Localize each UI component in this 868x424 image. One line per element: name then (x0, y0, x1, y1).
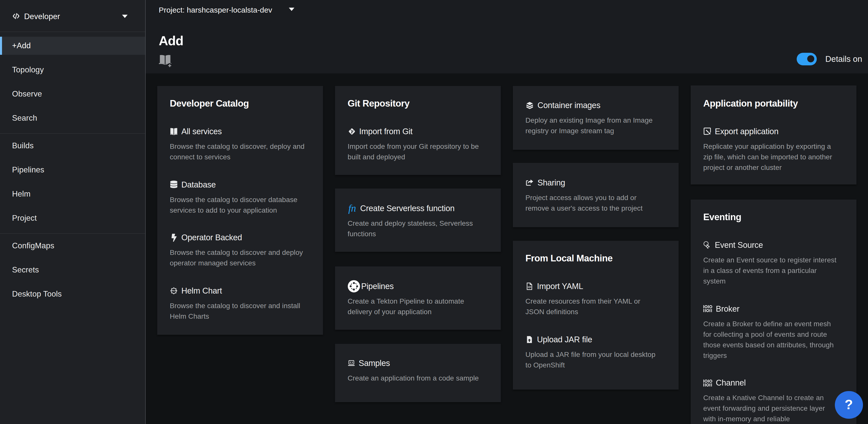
svg-text:HELM: HELM (172, 289, 176, 291)
